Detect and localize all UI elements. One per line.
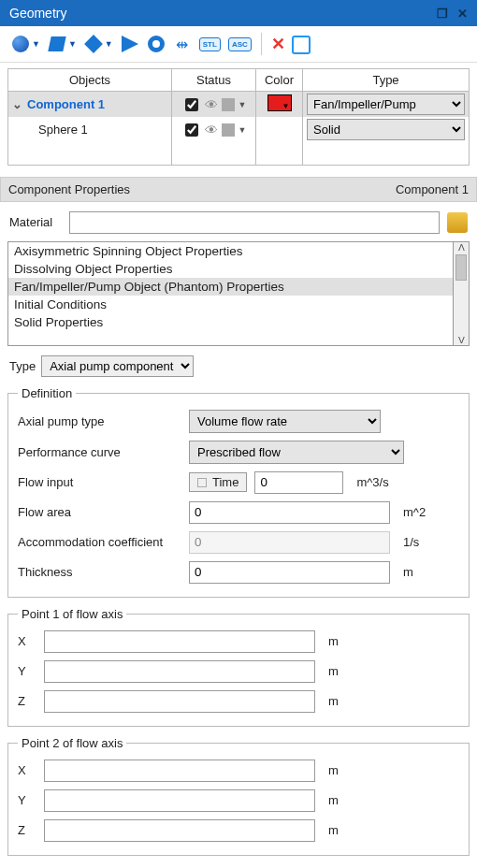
listbox-scrollbar[interactable]: ᐱ ᐯ <box>454 241 470 346</box>
point1-z-input[interactable] <box>44 690 315 713</box>
flow-area-unit: m^2 <box>403 505 441 519</box>
x-unit: m <box>328 634 366 648</box>
table-row[interactable]: Sphere 1 👁 ▼ Solid <box>8 117 470 142</box>
material-row: Material <box>0 208 477 238</box>
thickness-label: Thickness <box>18 565 181 579</box>
table-row[interactable]: ⌄Component 1 👁 ▼ Fan/Impeller/Pump <box>8 92 470 118</box>
chevron-down-icon: ▼ <box>32 39 40 49</box>
property-listbox[interactable]: Axisymmetric Spinning Object Properties … <box>7 241 454 346</box>
flow-area-input[interactable] <box>189 501 390 524</box>
copy-button[interactable] <box>291 35 310 53</box>
point2-fieldset: Point 2 of flow axis Xm Ym Zm <box>7 736 470 856</box>
visibility-checkbox[interactable] <box>185 98 198 111</box>
performance-curve-select[interactable]: Prescribed flow <box>189 441 404 464</box>
checkbox-icon <box>197 478 207 487</box>
eye-icon[interactable]: 👁 <box>205 123 218 137</box>
list-item[interactable]: Fan/Impeller/Pump Object (Phantom) Prope… <box>8 278 453 296</box>
title-bar: Geometry ❐ ✕ <box>0 0 477 26</box>
scroll-up-icon[interactable]: ᐱ <box>454 242 469 253</box>
list-item[interactable]: Dissolving Object Properties <box>8 260 453 278</box>
x-icon: ✕ <box>271 34 285 54</box>
chevron-down-icon: ▼ <box>68 39 77 49</box>
type-row: Type Axial pump component <box>0 350 477 383</box>
chevron-down-icon[interactable]: ▼ <box>238 100 247 109</box>
z-unit: m <box>328 694 366 708</box>
sphere-icon <box>12 36 29 52</box>
material-browse-button[interactable] <box>447 212 468 233</box>
y-label: Y <box>18 793 36 807</box>
chevron-down-icon[interactable]: ▼ <box>238 125 247 135</box>
header-label: Component Properties <box>8 182 396 196</box>
window-title: Geometry <box>9 6 437 21</box>
render-mode-icon[interactable] <box>222 123 235 137</box>
col-objects: Objects <box>8 69 172 92</box>
type-select[interactable]: Axial pump component <box>41 355 194 377</box>
accommodation-label: Accommodation coefficient <box>18 535 181 549</box>
flow-input-value[interactable] <box>254 471 343 494</box>
axial-pump-type-label: Axial pump type <box>18 414 181 428</box>
point2-z-input[interactable] <box>44 819 315 842</box>
list-item[interactable]: Axisymmetric Spinning Object Properties <box>8 242 453 260</box>
add-box-button[interactable]: ▼ <box>46 33 79 55</box>
flow-input-label: Flow input <box>18 475 181 489</box>
render-mode-icon[interactable] <box>222 98 235 111</box>
list-item[interactable]: Initial Conditions <box>8 296 453 313</box>
object-name: Sphere 1 <box>38 123 88 137</box>
stl-icon: STL <box>199 37 221 51</box>
col-type: Type <box>303 69 470 92</box>
cone-icon <box>122 36 138 52</box>
torus-icon <box>148 36 165 52</box>
object-name: Component 1 <box>27 97 105 111</box>
z-label: Z <box>18 823 36 837</box>
point1-y-input[interactable] <box>44 660 315 683</box>
objects-table: Objects Status Color Type ⌄Component 1 👁… <box>7 68 470 166</box>
definition-legend: Definition <box>18 386 76 400</box>
y-unit: m <box>328 664 366 678</box>
col-color: Color <box>256 69 303 92</box>
x-unit: m <box>328 763 366 777</box>
list-item[interactable]: Solid Properties <box>8 313 453 331</box>
add-sphere-button[interactable]: ▼ <box>9 33 42 55</box>
material-label: Material <box>9 215 62 229</box>
mirror-button[interactable]: ⇹ <box>171 33 194 55</box>
add-cone-button[interactable] <box>119 33 141 55</box>
time-toggle-button[interactable]: Time <box>189 472 247 492</box>
col-status: Status <box>172 69 256 92</box>
flow-area-label: Flow area <box>18 505 181 519</box>
box-icon <box>48 36 65 51</box>
point2-legend: Point 2 of flow axis <box>18 736 126 750</box>
z-label: Z <box>18 694 36 708</box>
point2-x-input[interactable] <box>44 760 315 782</box>
copy-icon <box>293 36 308 51</box>
material-input[interactable] <box>69 211 440 234</box>
definition-fieldset: Definition Axial pump type Volume flow r… <box>7 386 470 598</box>
header-current: Component 1 <box>396 182 469 196</box>
type-label: Type <box>9 359 36 373</box>
point2-y-input[interactable] <box>44 789 315 812</box>
import-stl-button[interactable]: STL <box>197 36 223 53</box>
scroll-down-icon[interactable]: ᐯ <box>454 335 469 345</box>
point1-x-input[interactable] <box>44 630 315 653</box>
import-asc-button[interactable]: ASC <box>226 36 253 53</box>
add-prism-button[interactable]: ▼ <box>82 33 115 55</box>
point1-fieldset: Point 1 of flow axis Xm Ym Zm <box>7 607 470 727</box>
asc-icon: ASC <box>228 37 252 51</box>
y-label: Y <box>18 664 36 678</box>
eye-icon[interactable]: 👁 <box>205 97 218 112</box>
add-torus-button[interactable] <box>145 33 167 55</box>
close-icon[interactable]: ✕ <box>457 7 468 21</box>
thickness-input[interactable] <box>189 561 390 584</box>
geometry-toolbar: ▼ ▼ ▼ ⇹ STL ASC ✕ <box>0 26 477 63</box>
dock-icon[interactable]: ❐ <box>437 7 448 21</box>
x-label: X <box>18 634 36 648</box>
object-type-select[interactable]: Solid <box>307 119 465 140</box>
delete-button[interactable]: ✕ <box>269 32 287 56</box>
expand-icon[interactable]: ⌄ <box>12 97 22 111</box>
color-swatch[interactable] <box>267 94 292 111</box>
mirror-icon: ⇹ <box>173 35 192 53</box>
visibility-checkbox[interactable] <box>185 123 198 137</box>
scrollbar-thumb[interactable] <box>455 254 467 281</box>
axial-pump-type-select[interactable]: Volume flow rate <box>189 410 381 433</box>
object-type-select[interactable]: Fan/Impeller/Pump <box>307 94 465 115</box>
chevron-down-icon: ▼ <box>105 39 113 49</box>
